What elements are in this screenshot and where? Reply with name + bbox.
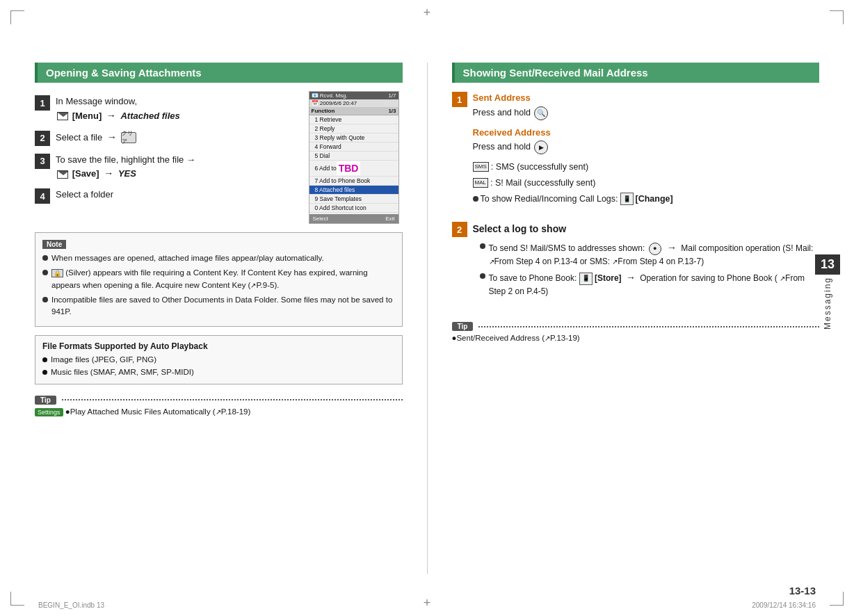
phone-menu-reply: 2 Reply [309,124,398,133]
step-4-text: Select a folder [56,189,113,200]
phone-bottom-bar: Select Exit [309,214,398,223]
step-3-row: 3 To save the file, highlight the file →… [35,153,300,181]
column-divider [427,63,428,574]
left-tip-content: Settings ●Play Attached Music Files Auto… [35,407,403,416]
note-text-2: 🔒 (Silver) appears with file requiring a… [51,267,395,291]
right-section-header: Showing Sent/Received Mail Address [452,63,820,83]
note-item-3: Incompatible files are saved to Other Do… [42,294,395,318]
left-tip-text: ●Play Attached Music Files Automatically… [65,407,251,416]
bullet-ff-1 [42,357,47,362]
fileformat-box: File Formats Supported by Auto Playback … [35,335,403,384]
fileformat-text-2: Music files (SMAF, AMR, SMF, SP-MIDI) [51,366,194,378]
sub-item-1-text: To send S! Mail/SMS to addresses shown: … [489,241,820,268]
step-3-number: 3 [35,154,50,169]
mail-desc: : S! Mail (successfully sent) [490,176,595,190]
left-tip-box: Tip [35,396,403,405]
envelope-icon [57,112,68,120]
step-1-content: In Message window, [Menu] → Attached fil… [56,95,300,123]
fileformat-text-1: Image files (JPEG, GIF, PNG) [51,354,156,366]
left-section-header: Opening & Saving Attachments [35,63,403,83]
arrow-2: → [107,131,117,143]
arrow-sub-2: → [626,272,636,283]
mail-badge: MAL [473,178,488,188]
right-sub-item-2: To save to Phone Book: 📱 [Store] → Opera… [480,270,820,298]
left-steps: 1 In Message window, [Menu] → Attached f… [35,91,300,224]
silver-icon: 🔒 [51,269,63,277]
sms-desc: : SMS (successfully sent) [491,160,588,174]
step-3-action: [Save] → YES [56,166,300,181]
phone-menu-retrieve: 1 Retrieve [309,115,398,124]
ref-p18: ↗ [216,408,221,416]
corner-mark-tl [10,10,24,24]
step-1-action: [Menu] → Attached files [56,108,300,123]
left-tip-area: Tip Settings ●Play Attached Music Files … [35,393,403,416]
bullet-sub-1 [480,243,485,249]
tbd-text: TBD [337,161,361,175]
step-2-content: Select a file → クリア [56,130,300,145]
sent-press-hold: Press and hold [473,108,533,117]
chapter-label: Messaging [823,277,832,330]
sent-address-block: Sent Address Press and hold 🔍 [473,91,673,120]
sms-mail-info: SMS : SMS (successfully sent) MAL : S! M… [473,160,673,206]
right-column: Showing Sent/Received Mail Address 1 Sen… [452,63,820,574]
right-step-2-content: Select a log to show To send S! Mail/SMS… [473,221,820,300]
step-1-menu: [Menu] [72,111,102,121]
crosshair-top [424,6,431,20]
corner-mark-br [830,592,844,606]
step-3-text: To save the file, highlight the file → [56,153,300,167]
arrow-sub-1: → [667,242,677,253]
settings-badge: Settings [35,408,63,416]
step-4-content: Select a folder [56,188,300,202]
step-3-save: [Save] [72,168,99,179]
note-text-1: When messages are opened, attached image… [51,252,324,264]
main-content: Opening & Saving Attachments 1 In Messag… [35,63,819,574]
right-tip-text: ●Sent/Received Address (↗P.13-19) [452,334,580,342]
bullet-1 [42,255,48,261]
page-number: 13-13 [789,585,816,597]
call-logs-text: To show Redial/Incoming Call Logs: [481,192,618,206]
right-tip-dots [478,326,819,327]
right-tip-box: Tip [452,322,820,331]
bullet-sub-2 [480,273,485,279]
fileformat-title: File Formats Supported by Auto Playback [42,341,395,351]
step-1-attached: Attached files [120,111,179,121]
step-3-yes: YES [118,168,136,179]
received-press-hold: Press and hold [473,142,533,152]
right-tip-label: Tip [452,322,474,331]
steps-and-phone: 1 In Message window, [Menu] → Attached f… [35,91,403,224]
left-column: Opening & Saving Attachments 1 In Messag… [35,63,403,574]
received-address-block: Received Address Press and hold ▶ [473,126,673,155]
bullet-2 [42,270,48,275]
bullet-calllogs [473,196,478,202]
phone-title: 📧 Rcvd. Msg. [312,92,348,99]
arrow-1: → [106,110,116,121]
ref-p9: ↗ [250,282,256,289]
phone-menu-reply-quote: 3 Reply with Quote [309,133,398,143]
note-text-3: Incompatible files are saved to Other Do… [51,294,395,318]
right-step-1-content: Sent Address Press and hold 🔍 Received A… [473,91,673,206]
fileformat-item-1: Image files (JPEG, GIF, PNG) [42,354,395,366]
phone-screen: 📧 Rcvd. Msg. 1/7 📅 2009/6/6 20:47 Functi… [309,91,399,224]
phone-select: Select [313,216,328,222]
ref-step2: ↗ [780,275,785,282]
right-step-2-num: 2 [452,222,467,237]
step-4-number: 4 [35,188,50,204]
right-tip-area: Tip ●Sent/Received Address (↗P.13-19) [452,319,820,342]
step-3-content: To save the file, highlight the file → [… [56,153,300,181]
phone-menu-save-templates: 9 Save Templates [309,195,398,204]
phone-page: 1/7 [388,92,396,99]
sms-row: SMS : SMS (successfully sent) [473,160,673,174]
right-sub-item-1: To send S! Mail/SMS to addresses shown: … [480,241,820,268]
envelope-icon-2 [57,170,68,179]
phone-function-title: Function [312,108,335,114]
call-logs-row: To show Redial/Incoming Call Logs: 📱 [Ch… [473,192,673,206]
step-2-row: 2 Select a file → クリア [35,130,300,146]
phone-menu-attached: 8 Attached files [309,186,398,195]
step-2-heading: Select a log to show [473,221,820,236]
phone-date: 📅 2009/6/6 20:47 [312,100,357,106]
note-item-2: 🔒 (Silver) appears with file requiring a… [42,267,395,291]
bullet-3 [42,297,48,302]
sub-item-2-text: To save to Phone Book: 📱 [Store] → Opera… [489,270,820,298]
step-2-number: 2 [35,131,50,146]
phone-menu-dial: 5 Dial [309,152,398,161]
